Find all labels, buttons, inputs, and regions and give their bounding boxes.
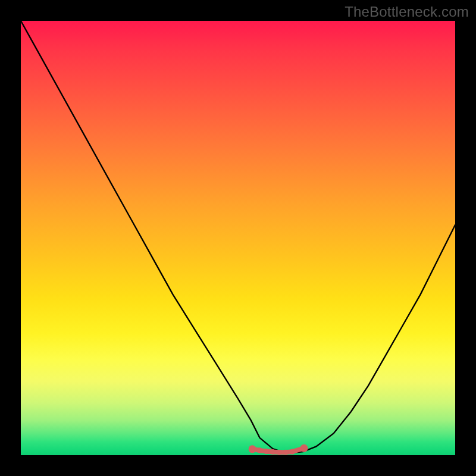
plateau-markers <box>249 444 308 455</box>
outer-frame: TheBottleneck.com <box>0 0 476 476</box>
plateau-dot <box>249 445 256 453</box>
curve-layer <box>21 21 455 455</box>
watermark-text: TheBottleneck.com <box>345 4 469 20</box>
plateau-dot <box>283 450 289 455</box>
plateau-dot <box>290 449 295 455</box>
plateau-dot <box>257 447 262 453</box>
bottleneck-curve <box>21 21 455 453</box>
plateau-dot <box>300 444 308 452</box>
plot-area <box>21 21 455 455</box>
plateau-dot <box>264 449 269 454</box>
plateau-dot <box>277 450 282 455</box>
plateau-dot <box>270 449 275 455</box>
